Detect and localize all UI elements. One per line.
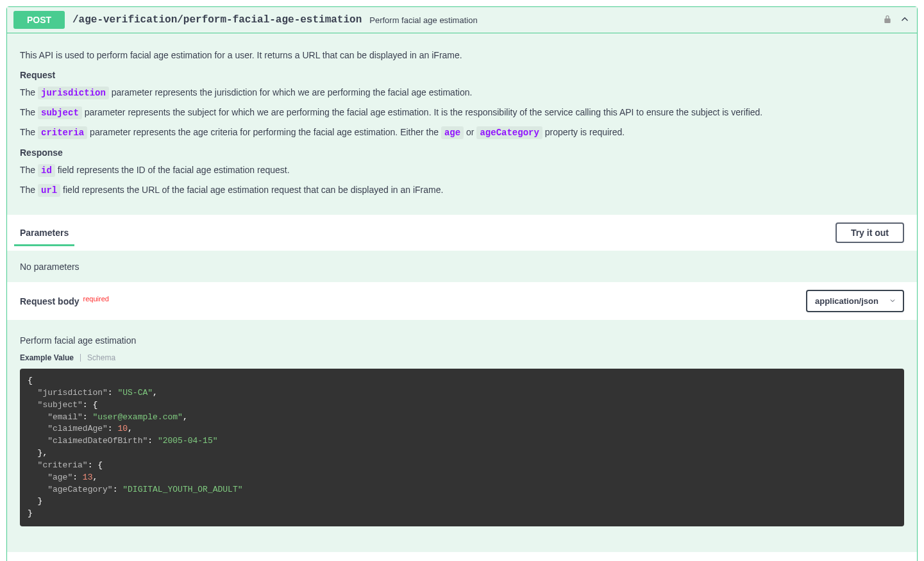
request-body-title: Request body <box>20 296 80 306</box>
lock-icon[interactable] <box>882 13 893 27</box>
response-heading: Response <box>20 147 904 158</box>
code-age-category: ageCategory <box>476 126 542 139</box>
responses-title: Responses <box>7 552 917 561</box>
intro-text: This API is used to perform facial age e… <box>20 49 904 62</box>
code-criteria: criteria <box>38 126 87 139</box>
tab-schema[interactable]: Schema <box>87 353 115 362</box>
body-tabs: Example Value Schema <box>7 351 917 369</box>
required-badge: required <box>83 295 109 303</box>
try-it-out-button[interactable]: Try it out <box>836 222 904 243</box>
request-body-bar: Request body required application/json <box>7 282 917 320</box>
parameters-title: Parameters <box>20 228 69 238</box>
endpoint-summary: Perform facial age estimation <box>369 15 882 25</box>
endpoint-path: /age-verification/perform-facial-age-est… <box>72 14 362 26</box>
operation-body: This API is used to perform facial age e… <box>7 33 917 561</box>
request-heading: Request <box>20 70 904 80</box>
response-field-id: The id field represents the ID of the fa… <box>20 163 904 178</box>
response-field-url: The url field represents the URL of the … <box>20 183 904 197</box>
code-age: age <box>441 126 464 139</box>
parameters-bar: Parameters Try it out <box>7 215 917 251</box>
tab-example-value[interactable]: Example Value <box>20 353 74 362</box>
request-param-jurisdiction: The jurisdiction parameter represents th… <box>20 86 904 100</box>
content-type-select[interactable]: application/json <box>806 290 904 312</box>
request-param-subject: The subject parameter represents the sub… <box>20 106 904 120</box>
request-param-criteria: The criteria parameter represents the ag… <box>20 126 904 140</box>
chevron-up-icon[interactable] <box>899 13 911 27</box>
request-body-description: Perform facial age estimation <box>7 320 917 351</box>
method-badge: POST <box>13 11 65 29</box>
example-json-block[interactable]: { "jurisdiction": "US-CA", "subject": { … <box>20 369 904 526</box>
code-id: id <box>38 164 55 177</box>
no-parameters-text: No parameters <box>7 251 917 282</box>
code-jurisdiction: jurisdiction <box>38 87 109 99</box>
operation-block: POST /age-verification/perform-facial-ag… <box>6 6 918 561</box>
code-url: url <box>38 184 60 197</box>
operation-header[interactable]: POST /age-verification/perform-facial-ag… <box>7 7 917 33</box>
code-subject: subject <box>38 106 82 119</box>
operation-description: This API is used to perform facial age e… <box>7 33 917 215</box>
